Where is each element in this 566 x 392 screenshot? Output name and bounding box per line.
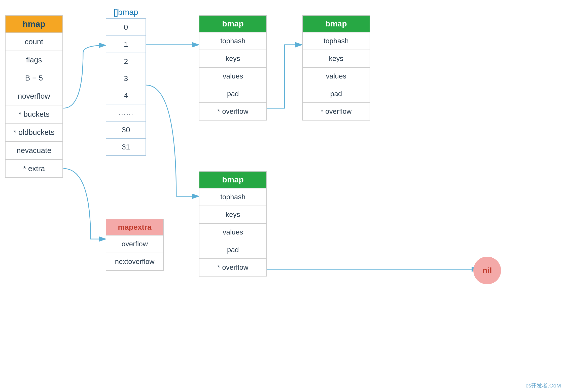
bucket-cell-2: 2 xyxy=(106,53,146,70)
bmap-mid-right-pad: pad xyxy=(303,85,370,102)
bmap-mid-right-title: bmap xyxy=(303,16,370,32)
bucket-cell-ellipsis: …… xyxy=(106,104,146,121)
bmap-bottom-mid-values: values xyxy=(199,223,266,241)
nil-circle: nil xyxy=(473,257,501,284)
bmap-bottom-mid-pad: pad xyxy=(199,241,266,258)
hmap-struct: hmap count flags B = 5 noverflow * bucke… xyxy=(5,15,63,178)
mapextra-struct: mapextra overflow nextoverflow xyxy=(106,219,164,271)
bmap-bottom-mid-keys: keys xyxy=(199,206,266,223)
bmap-mid-right: bmap tophash keys values pad * overflow xyxy=(302,15,370,121)
bmap-bottom-mid: bmap tophash keys values pad * overflow xyxy=(199,171,267,277)
bmap-mid-right-keys: keys xyxy=(303,50,370,67)
mapextra-title: mapextra xyxy=(106,219,163,235)
bmap-bottom-mid-overflow: * overflow xyxy=(199,258,266,276)
hmap-title: hmap xyxy=(6,16,62,32)
bmap-mid-right-tophash: tophash xyxy=(303,32,370,50)
buckets-table: 0 1 2 3 4 …… 30 31 xyxy=(106,18,146,156)
bmap-bottom-mid-tophash: tophash xyxy=(199,188,266,206)
bmap-top-right-title: bmap xyxy=(199,16,266,32)
bmap-top-right: bmap tophash keys values pad * overflow xyxy=(199,15,267,121)
nil-label: nil xyxy=(482,266,492,275)
hmap-field-nevacuate: nevacuate xyxy=(6,141,62,159)
bmap-top-right-pad: pad xyxy=(199,85,266,102)
hmap-field-count: count xyxy=(6,32,62,51)
bmap-top-right-overflow: * overflow xyxy=(199,102,266,120)
bucket-cell-3: 3 xyxy=(106,70,146,87)
buckets-array-label: []bmap xyxy=(106,8,146,17)
arrows-svg xyxy=(0,0,566,392)
bucket-cell-0: 0 xyxy=(106,19,146,35)
bmap-bottom-mid-title: bmap xyxy=(199,172,266,188)
bmap-mid-right-overflow: * overflow xyxy=(303,102,370,120)
bucket-cell-31: 31 xyxy=(106,138,146,155)
hmap-field-noverflow: noverflow xyxy=(6,87,62,105)
bucket-cell-1: 1 xyxy=(106,35,146,53)
diagram-container: hmap count flags B = 5 noverflow * bucke… xyxy=(0,0,566,392)
buckets-array: []bmap 0 1 2 3 4 …… 30 31 xyxy=(106,8,146,156)
mapextra-nextoverflow: nextoverflow xyxy=(106,253,163,270)
bucket-cell-4: 4 xyxy=(106,87,146,104)
hmap-field-oldbuckets: * oldbuckets xyxy=(6,123,62,141)
watermark: cs开发者.CoM xyxy=(525,382,561,389)
bmap-top-right-values: values xyxy=(199,67,266,85)
hmap-field-b: B = 5 xyxy=(6,69,62,87)
bmap-mid-right-values: values xyxy=(303,67,370,85)
bmap-top-right-keys: keys xyxy=(199,50,266,67)
bucket-cell-30: 30 xyxy=(106,121,146,138)
hmap-field-buckets: * buckets xyxy=(6,105,62,123)
hmap-field-flags: flags xyxy=(6,51,62,69)
bmap-top-right-tophash: tophash xyxy=(199,32,266,50)
hmap-field-extra: * extra xyxy=(6,159,62,177)
mapextra-overflow: overflow xyxy=(106,235,163,253)
